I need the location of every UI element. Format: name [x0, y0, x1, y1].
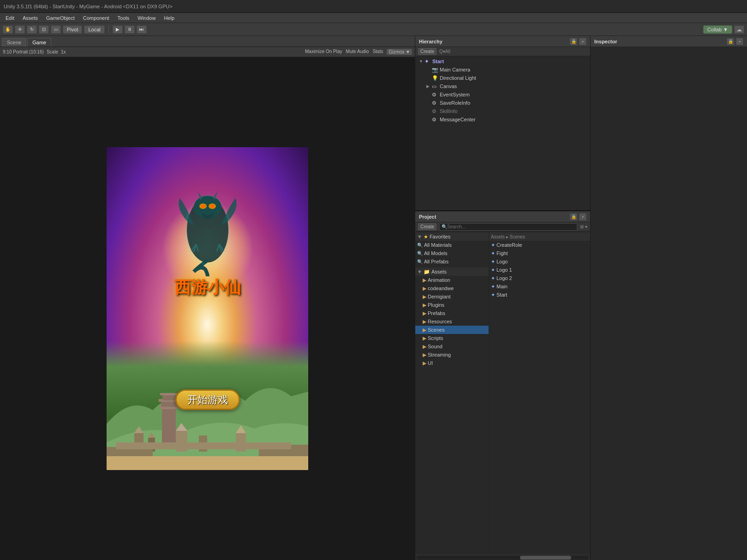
gizmos-btn[interactable]: Gizmos ▼ — [387, 49, 412, 55]
play-button[interactable]: ▶ — [113, 25, 123, 34]
anim-folder-icon: ▶ — [423, 277, 426, 283]
main-label: Main — [496, 284, 508, 289]
menu-gameobject[interactable]: GameObject — [42, 14, 78, 22]
pause-button[interactable]: ⏸ — [125, 25, 135, 34]
scene-start[interactable]: ✦ Start — [489, 291, 590, 299]
title-bar: Unity 3.5.1f1 (64bit) - StartUnity - MyG… — [0, 0, 747, 13]
folder-scripts[interactable]: ▶ Scripts — [415, 334, 489, 342]
folder-sound[interactable]: ▶ Sound — [415, 342, 489, 351]
menu-window[interactable]: Window — [134, 14, 159, 22]
hierarchy-lock-icon[interactable]: 🔒 — [570, 38, 577, 45]
menu-bar: Edit Assets GameObject Component Tools W… — [0, 13, 747, 23]
rotate-tool[interactable]: ↻ — [27, 25, 37, 34]
eventsys-label: EventSystem — [440, 92, 470, 97]
hierarchy-root-start[interactable]: ▼ ✦ Start — [415, 57, 590, 66]
stats-btn[interactable]: Stats — [373, 49, 383, 55]
hierarchy-item-saveroleinfo[interactable]: ⚙ SaveRoleInfo — [415, 99, 590, 107]
project-search-input[interactable] — [447, 224, 575, 229]
start-game-button[interactable]: 开始游戏 — [175, 389, 240, 410]
hierarchy-tree[interactable]: ▼ ✦ Start 📷 Main Camera 💡 Directional Li… — [415, 56, 590, 210]
project-expand-icon[interactable]: ▪ — [579, 213, 586, 220]
hierarchy-item-skillinfo[interactable]: ⚙ SkillInfo — [415, 107, 590, 115]
hierarchy-item-directional-light[interactable]: 💡 Directional Light — [415, 74, 590, 82]
hierarchy-title: Hierarchy — [419, 39, 442, 44]
hierarchy-item-messagecenter[interactable]: ⚙ MessageCenter — [415, 115, 590, 124]
mute-btn[interactable]: Mute Audio — [346, 49, 369, 55]
toolbar-right: Collab ▼ ☁ — [703, 25, 744, 34]
scale-tool[interactable]: ⊡ — [39, 25, 49, 34]
menu-tools[interactable]: Tools — [114, 14, 133, 22]
hierarchy-search[interactable]: Q▾All — [439, 49, 450, 54]
root-icon: ✦ — [424, 59, 431, 65]
scene-logo2[interactable]: ✦ Logo 2 — [489, 274, 590, 282]
project-toolbar: Create 🔍 ⊞ ▾ — [415, 222, 590, 232]
scene-logo1[interactable]: ✦ Logo 1 — [489, 266, 590, 274]
cloud-button[interactable]: ☁ — [734, 25, 744, 34]
scene-logo[interactable]: ✦ Logo — [489, 257, 590, 266]
hierarchy-create-btn[interactable]: Create — [418, 48, 436, 55]
hierarchy-expand-icon[interactable]: ▪ — [579, 38, 586, 45]
folder-streaming[interactable]: ▶ Streaming — [415, 351, 489, 359]
root-label: Start — [432, 59, 444, 64]
pivot-button[interactable]: Pivot — [63, 25, 82, 34]
inspector-title: Inspector — [594, 39, 617, 44]
rect-tool[interactable]: ▭ — [51, 25, 61, 34]
createrole-icon: ✦ — [491, 242, 495, 248]
game-tab[interactable]: Game — [27, 38, 51, 47]
hand-tool[interactable]: ✋ — [3, 25, 13, 34]
plug-folder-icon: ▶ — [423, 302, 426, 308]
skillinfo-label: SkillInfo — [440, 108, 458, 114]
folder-plugins[interactable]: ▶ Plugins — [415, 301, 489, 309]
assets-folder-icon: 📁 — [424, 269, 430, 275]
inspector-expand-icon[interactable]: ▪ — [736, 38, 743, 45]
project-create-btn[interactable]: Create — [418, 223, 436, 230]
menu-assets[interactable]: Assets — [19, 14, 42, 22]
hierarchy-item-eventsystem[interactable]: ⚙ EventSystem — [415, 90, 590, 99]
fav-prefabs-label: All Prefabs — [424, 259, 448, 264]
assets-header: ▼ 📁 Assets — [415, 268, 489, 276]
center-area: Scene Game 9:10 Portrait (10:16) Scale 1… — [0, 36, 415, 560]
camera-icon: 📷 — [432, 67, 438, 73]
svg-rect-25 — [107, 456, 308, 470]
canvas-icon: ▭ — [432, 83, 438, 89]
step-button[interactable]: ⏭ — [137, 25, 147, 34]
scene-createrole[interactable]: ✦ CreateRole — [489, 241, 590, 249]
saverole-icon: ⚙ — [432, 100, 438, 106]
folder-resources[interactable]: ▶ Resources — [415, 317, 489, 326]
inspector-lock-icon[interactable]: 🔒 — [727, 38, 734, 45]
hierarchy-item-canvas[interactable]: ▶ ▭ Canvas — [415, 82, 590, 90]
collab-button[interactable]: Collab ▼ — [703, 25, 732, 34]
favorites-label: Favorites — [430, 234, 450, 239]
ui-folder-icon: ▶ — [423, 360, 426, 366]
folder-prefabs[interactable]: ▶ Prefabs — [415, 309, 489, 317]
folder-demigiant[interactable]: ▶ Demigiant — [415, 292, 489, 301]
fav-all-prefabs[interactable]: 🔍 All Prefabs — [415, 257, 489, 266]
scene-tab[interactable]: Scene — [2, 38, 26, 47]
folder-scenes[interactable]: ▶ Scenes — [415, 326, 489, 334]
move-tool[interactable]: ✛ — [15, 25, 25, 34]
local-button[interactable]: Local — [84, 25, 104, 34]
scene-fight[interactable]: ✦ Fight — [489, 249, 590, 257]
msgctr-icon: ⚙ — [432, 117, 438, 123]
hierarchy-item-main-camera[interactable]: 📷 Main Camera — [415, 66, 590, 74]
folder-ui[interactable]: ▶ UI — [415, 359, 489, 367]
folder-animation[interactable]: ▶ Animation — [415, 276, 489, 284]
prefab-folder-icon: ▶ — [423, 310, 426, 316]
camera-label: Main Camera — [440, 67, 470, 72]
saverole-label: SaveRoleInfo — [440, 100, 470, 106]
scale-value: 1x — [61, 49, 66, 54]
logo-label: Logo — [496, 259, 508, 264]
scene-main[interactable]: ✦ Main — [489, 282, 590, 291]
menu-help[interactable]: Help — [160, 14, 178, 22]
menu-edit[interactable]: Edit — [2, 14, 18, 22]
fav-all-models[interactable]: 🔍 All Models — [415, 249, 489, 257]
fav-all-materials[interactable]: 🔍 All Materials — [415, 241, 489, 249]
maximize-btn[interactable]: Maximize On Play — [305, 49, 342, 55]
project-scrollbar[interactable] — [415, 554, 590, 560]
project-scenes-content: Assets ▸ Scenes ✦ CreateRole ✦ Fight ✦ L… — [489, 232, 590, 554]
project-lock-icon[interactable]: 🔒 — [570, 213, 577, 220]
folder-codeandwe[interactable]: ▶ codeandwe — [415, 284, 489, 292]
svg-point-3 — [201, 204, 205, 208]
main-icon: ✦ — [491, 284, 495, 290]
menu-component[interactable]: Component — [79, 14, 113, 22]
